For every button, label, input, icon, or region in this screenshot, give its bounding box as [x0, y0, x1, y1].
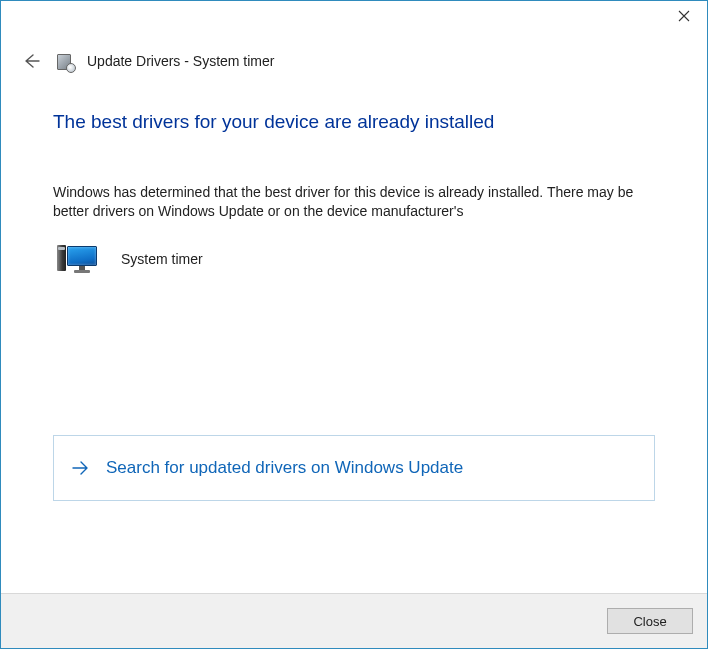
search-windows-update-label: Search for updated drivers on Windows Up… [106, 458, 463, 478]
window-title: Update Drivers - System timer [87, 53, 274, 69]
back-arrow-icon[interactable] [21, 51, 41, 71]
wizard-header: Update Drivers - System timer [1, 37, 707, 71]
titlebar [1, 1, 707, 37]
device-name: System timer [121, 251, 203, 267]
footer-bar: Close [1, 593, 707, 648]
device-row: System timer [53, 243, 655, 275]
computer-icon [57, 243, 97, 275]
close-icon[interactable] [661, 1, 707, 31]
page-body-text: Windows has determined that the best dri… [53, 183, 655, 221]
search-windows-update-link[interactable]: Search for updated drivers on Windows Up… [53, 435, 655, 501]
close-button[interactable]: Close [607, 608, 693, 634]
driver-install-icon [55, 52, 73, 70]
page-heading: The best drivers for your device are alr… [53, 111, 655, 133]
arrow-right-icon [70, 458, 90, 478]
content-area: The best drivers for your device are alr… [1, 71, 707, 593]
